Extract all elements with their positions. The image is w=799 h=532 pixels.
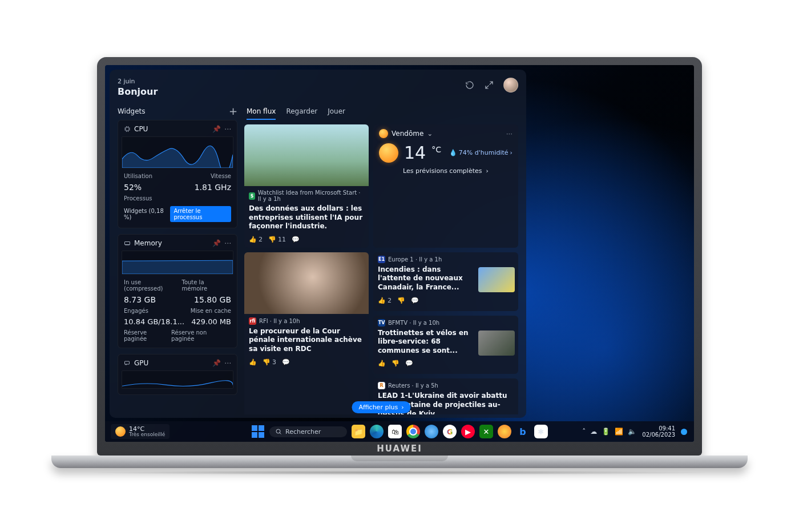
dislike-button[interactable]: 👎 11	[268, 236, 286, 243]
start-button[interactable]	[251, 425, 265, 438]
xbox-icon[interactable]: ✕	[479, 425, 493, 438]
news-card-1[interactable]: $Watchlist Idea from Microsoft Start · I…	[244, 124, 369, 248]
app-icon[interactable]	[498, 425, 511, 438]
copilot-icon[interactable]	[425, 425, 438, 438]
gpu-chart	[122, 370, 233, 389]
chevron-up-icon[interactable]: ˄	[582, 428, 586, 436]
taskbar-weather[interactable]: 14°C Très ensoleillé	[111, 424, 170, 440]
news-source: Reuters · Il y a 5h	[388, 382, 438, 389]
news-card-4[interactable]: TVBFMTV · Il y a 10h Trottinettes et vél…	[373, 316, 518, 374]
mem-foot-right: Réserve non paginée	[171, 329, 231, 342]
news-thumb	[478, 267, 515, 292]
onedrive-icon[interactable]: ☁	[590, 428, 597, 436]
news-image	[244, 124, 369, 186]
chrome-icon[interactable]	[406, 425, 420, 438]
weather-icon	[379, 129, 388, 138]
gpu-widget[interactable]: GPU 📌 ⋯	[118, 354, 237, 395]
laptop-frame: 2 juin Bonjour	[97, 57, 702, 475]
youtube-music-icon[interactable]: ▶	[461, 425, 475, 438]
bing-icon[interactable]: b	[516, 425, 530, 438]
cpu-title: CPU	[134, 125, 209, 133]
expand-icon[interactable]	[484, 80, 494, 90]
slack-icon[interactable]: ✱	[534, 425, 548, 438]
refresh-icon[interactable]	[465, 80, 475, 90]
user-avatar[interactable]	[503, 78, 518, 92]
dislike-button[interactable]: 👎 3	[263, 358, 276, 366]
weather-widget[interactable]: Vendôme ⌄ ⋯ 14 °C 💧74% d'humidité ›	[373, 124, 518, 248]
source-badge: rfi	[249, 317, 256, 325]
mem-commit-value: 10.84 GB/18.1...	[124, 317, 184, 326]
more-icon[interactable]: ⋯	[224, 125, 231, 133]
feed-tabs: Mon flux Regarder Jouer	[244, 107, 518, 120]
like-button[interactable]: 👍 2	[249, 236, 263, 243]
comment-icon[interactable]: 💬	[282, 358, 290, 366]
tab-watch[interactable]: Regarder	[286, 107, 317, 120]
google-icon[interactable]: G	[443, 425, 457, 438]
memory-icon	[124, 240, 131, 247]
chevron-down-icon[interactable]: ⌄	[427, 130, 433, 138]
more-icon[interactable]: ⋯	[506, 130, 513, 138]
cpu-foot-text: Widgets (0,18 %)	[124, 208, 170, 220]
dislike-button[interactable]: 👎	[397, 297, 405, 304]
taskbar: 14°C Très ensoleillé Rechercher 📁	[105, 421, 694, 442]
source-badge: R	[378, 382, 385, 389]
store-icon[interactable]: 🛍	[388, 425, 402, 438]
pin-icon[interactable]: 📌	[212, 125, 221, 133]
weather-humidity[interactable]: 💧74% d'humidité ›	[449, 149, 513, 156]
more-icon[interactable]: ⋯	[224, 239, 231, 247]
like-button[interactable]: 👍	[249, 358, 257, 366]
widgets-panel: 2 juin Bonjour	[110, 70, 526, 418]
comment-icon[interactable]: 💬	[411, 297, 419, 304]
cpu-proc-label: Processus	[124, 195, 152, 201]
volume-icon[interactable]: 🔈	[628, 428, 636, 436]
taskbar-clock[interactable]: 09:41 02/06/2023	[642, 425, 675, 438]
like-button[interactable]: 👍	[378, 360, 386, 367]
wifi-icon[interactable]: 📶	[615, 428, 623, 436]
dislike-button[interactable]: 👎	[392, 360, 400, 367]
gpu-title: GPU	[134, 359, 209, 367]
chevron-right-icon: ›	[401, 404, 403, 411]
news-title: Le procureur de la Cour pénale internati…	[244, 326, 369, 356]
pin-icon[interactable]: 📌	[212, 239, 221, 247]
cpu-widget[interactable]: CPU 📌 ⋯ Utilisation Vi	[118, 120, 237, 228]
comment-icon[interactable]: 💬	[405, 360, 413, 367]
news-card-3[interactable]: rfiRFI · Il y a 10h Le procureur de la C…	[244, 252, 369, 414]
taskbar-cond: Très ensoleillé	[129, 432, 165, 437]
like-button[interactable]: 👍 2	[378, 297, 392, 304]
mem-inuse-value: 8.73 GB	[124, 295, 156, 304]
show-more-button[interactable]: Afficher plus›	[352, 401, 410, 413]
tab-feed[interactable]: Mon flux	[247, 107, 276, 120]
add-widget-icon[interactable]: +	[229, 108, 237, 115]
source-badge: TV	[378, 319, 385, 327]
svg-rect-1	[125, 242, 130, 245]
memory-widget[interactable]: Memory 📌 ⋯ In use (compressed)	[118, 234, 237, 348]
pin-icon[interactable]: 📌	[212, 359, 221, 367]
battery-icon[interactable]: 🔋	[602, 428, 610, 436]
mem-total-value: 15.80 GB	[194, 295, 231, 304]
weather-icon-large	[379, 143, 398, 163]
comment-icon[interactable]: 💬	[292, 236, 300, 243]
feed-grid: $Watchlist Idea from Microsoft Start · I…	[244, 124, 518, 414]
news-source: Watchlist Idea from Microsoft Start · Il…	[258, 190, 364, 202]
explorer-icon[interactable]: 📁	[352, 425, 365, 438]
stop-process-button[interactable]: Arrêter le processus	[170, 206, 231, 222]
cpu-speed-value: 1.81 GHz	[195, 183, 231, 192]
panel-header: 2 juin Bonjour	[118, 78, 518, 97]
edge-icon[interactable]	[370, 425, 384, 438]
panel-greeting: Bonjour	[118, 86, 158, 97]
more-icon[interactable]: ⋯	[224, 359, 231, 367]
tray-area[interactable]: ˄ ☁ 🔋 📶 🔈	[582, 428, 636, 436]
taskbar-search[interactable]: Rechercher	[269, 426, 347, 437]
news-source: BFMTV · Il y a 10h	[388, 320, 439, 326]
tab-play[interactable]: Jouer	[328, 107, 345, 120]
panel-date: 2 juin	[118, 78, 158, 85]
chip-icon	[124, 126, 131, 132]
notification-indicator[interactable]	[681, 429, 687, 435]
mem-commit-label: Engagés	[124, 308, 148, 314]
desktop-screen: 2 juin Bonjour	[105, 65, 694, 442]
news-card-2[interactable]: E1Europe 1 · Il y a 1h Incendies : dans …	[373, 252, 518, 311]
weather-forecast-link[interactable]: Les prévisions complètes ›	[379, 167, 513, 175]
windows-logo-icon	[252, 425, 264, 438]
widgets-column: Widgets + CPU 📌 ⋯	[118, 107, 237, 414]
search-icon	[275, 428, 282, 435]
